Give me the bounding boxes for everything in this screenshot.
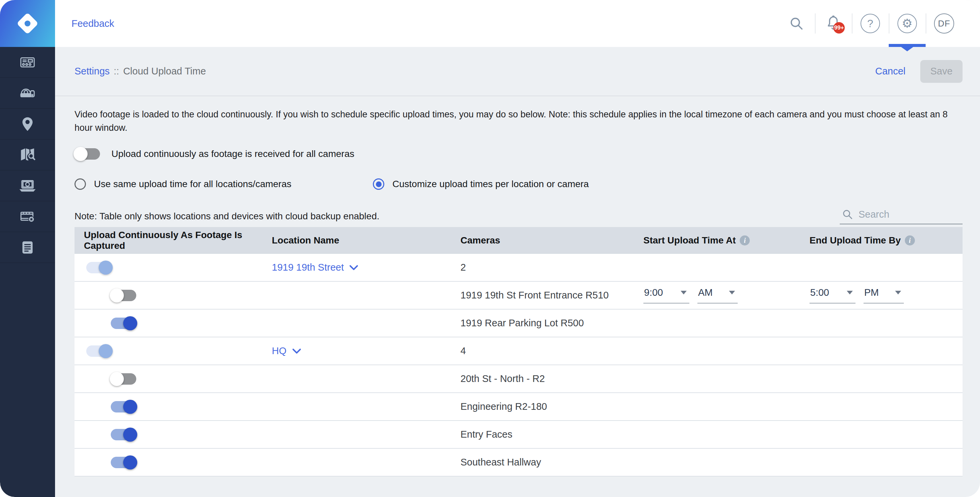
chevron-down-icon — [292, 348, 301, 354]
global-search-button[interactable] — [778, 0, 815, 47]
continuous-upload-toggle-label: Upload continuously as footage is receiv… — [111, 149, 355, 159]
radio-selected-icon — [373, 178, 384, 190]
continuous-upload-toggle[interactable] — [75, 148, 100, 160]
notification-badge: 99+ — [833, 22, 845, 33]
search-icon — [789, 16, 804, 31]
location-name-link[interactable]: HQ — [272, 345, 286, 356]
gear-icon: ⚙ — [897, 14, 917, 33]
camera-cell-text: Engineering R2-180 — [460, 401, 547, 412]
settings-button[interactable]: ⚙ — [889, 0, 926, 47]
sidebar-item-map[interactable] — [0, 140, 55, 170]
breadcrumb-separator: :: — [114, 66, 119, 77]
camera-cell-text: Southeast Hallway — [460, 457, 541, 467]
table-header: Upload Continuously As Footage Is Captur… — [75, 227, 963, 254]
radio-same-label: Use same upload time for all locations/c… — [94, 179, 291, 189]
map-search-icon — [19, 146, 36, 164]
save-button[interactable]: Save — [920, 60, 963, 83]
top-header: Feedback 99+ ? — [55, 0, 980, 47]
row-upload-toggle-on[interactable] — [111, 401, 136, 413]
radio-same-upload-time[interactable]: Use same upload time for all locations/c… — [75, 178, 291, 190]
camera-cell-text: 20th St - North - R2 — [460, 373, 545, 384]
radio-custom-label: Customize upload times per location or c… — [392, 179, 589, 189]
app-window: Feedback 99+ ? — [0, 0, 980, 497]
sidebar-item-video-wall[interactable] — [0, 170, 55, 201]
location-name-link[interactable]: 1919 19th Street — [272, 262, 344, 273]
sidebar-item-cameras[interactable] — [0, 78, 55, 109]
report-icon — [19, 239, 36, 256]
row-upload-toggle-off[interactable] — [111, 290, 136, 301]
sidebar-item-clips[interactable] — [0, 201, 55, 232]
radio-customize-upload-times[interactable]: Customize upload times per location or c… — [373, 178, 589, 190]
table-note: Note: Table only shows locations and dev… — [75, 211, 380, 224]
help-button[interactable]: ? — [852, 0, 889, 47]
camera-row: Entry Faces — [75, 421, 963, 449]
end-meridiem-select[interactable]: PM — [864, 287, 904, 303]
settings-content: Video footage is loaded to the cloud con… — [55, 96, 980, 497]
camera-row: Engineering R2-180 — [75, 393, 963, 421]
camera-row: 20th St - North - R2 — [75, 365, 963, 393]
col-cameras: Cameras — [460, 235, 643, 246]
main-area: Settings :: Cloud Upload Time Cancel Sav… — [55, 47, 980, 497]
row-upload-toggle-off[interactable] — [111, 373, 136, 385]
feedback-link[interactable]: Feedback — [72, 0, 114, 47]
col-end-upload-time: End Upload Time By i — [810, 235, 963, 246]
app-logo[interactable] — [0, 0, 55, 47]
camera-cell-text: Entry Faces — [460, 429, 512, 440]
console-icon — [19, 54, 36, 71]
dropdown-arrow-icon — [847, 291, 853, 294]
clips-icon — [19, 208, 36, 225]
sidebar-item-console[interactable] — [0, 47, 55, 78]
account-menu-button[interactable]: DF — [926, 0, 963, 47]
info-icon[interactable]: i — [740, 235, 750, 246]
upload-times-table: Upload Continuously As Footage Is Captur… — [75, 227, 963, 476]
col-location-name: Location Name — [272, 235, 460, 246]
table-body: 1919 19th Street 2 1919 19th St Front En… — [75, 254, 963, 476]
camera-cell-text: 4 — [460, 345, 466, 356]
cancel-button[interactable]: Cancel — [875, 66, 905, 77]
page-header-row: Settings :: Cloud Upload Time Cancel Sav… — [55, 47, 980, 96]
sidebar-nav — [0, 47, 55, 497]
chevron-down-icon — [349, 265, 358, 271]
camera-cell-text: 2 — [460, 262, 466, 273]
row-upload-toggle-on[interactable] — [111, 457, 136, 468]
row-upload-toggle-on[interactable] — [111, 429, 136, 440]
camera-row: Southeast Hallway — [75, 449, 963, 476]
camera-row: 1919 Rear Parking Lot R500 — [75, 310, 963, 337]
radio-unselected-icon — [75, 178, 86, 190]
sidebar-item-locations[interactable] — [0, 109, 55, 140]
location-row: HQ 4 — [75, 337, 963, 365]
dropdown-arrow-icon — [729, 291, 735, 294]
breadcrumb-settings-link[interactable]: Settings — [75, 66, 110, 77]
location-pin-icon — [19, 115, 36, 133]
camera-cell-text: 1919 Rear Parking Lot R500 — [460, 318, 584, 328]
camera-row: 1919 19th St Front Entrance R510 9:00 AM… — [75, 282, 963, 310]
location-expander[interactable]: HQ — [272, 345, 301, 356]
table-note-row: Note: Table only shows locations and dev… — [75, 207, 963, 224]
start-time-select[interactable]: 9:00 — [643, 287, 689, 303]
description-text: Video footage is loaded to the cloud con… — [75, 108, 964, 135]
camera-cell-text: 1919 19th St Front Entrance R510 — [460, 290, 609, 300]
location-expander[interactable]: 1919 19th Street — [272, 262, 358, 273]
start-meridiem-select[interactable]: AM — [697, 287, 738, 303]
sidebar-item-reports[interactable] — [0, 232, 55, 263]
page-actions: Cancel Save — [875, 60, 963, 83]
dropdown-arrow-icon — [895, 291, 901, 294]
row-upload-toggle-mixed[interactable] — [86, 262, 112, 273]
avatar: DF — [934, 13, 954, 33]
table-search[interactable] — [840, 207, 963, 224]
table-search-input[interactable] — [859, 209, 961, 220]
info-icon[interactable]: i — [905, 235, 915, 246]
camera-icon — [19, 84, 36, 102]
row-upload-toggle-mixed[interactable] — [86, 345, 112, 357]
col-upload-continuously: Upload Continuously As Footage Is Captur… — [75, 230, 272, 251]
dropdown-arrow-icon — [681, 291, 687, 294]
video-wall-icon — [19, 177, 36, 195]
search-icon — [842, 209, 853, 220]
upload-mode-radio-row: Use same upload time for all locations/c… — [75, 178, 963, 190]
col-start-upload-time: Start Upload Time At i — [643, 235, 810, 246]
location-row: 1919 19th Street 2 — [75, 254, 963, 282]
notifications-button[interactable]: 99+ — [815, 0, 852, 47]
end-time-select[interactable]: 5:00 — [810, 287, 856, 303]
row-upload-toggle-on[interactable] — [111, 318, 136, 329]
help-icon: ? — [861, 14, 880, 33]
